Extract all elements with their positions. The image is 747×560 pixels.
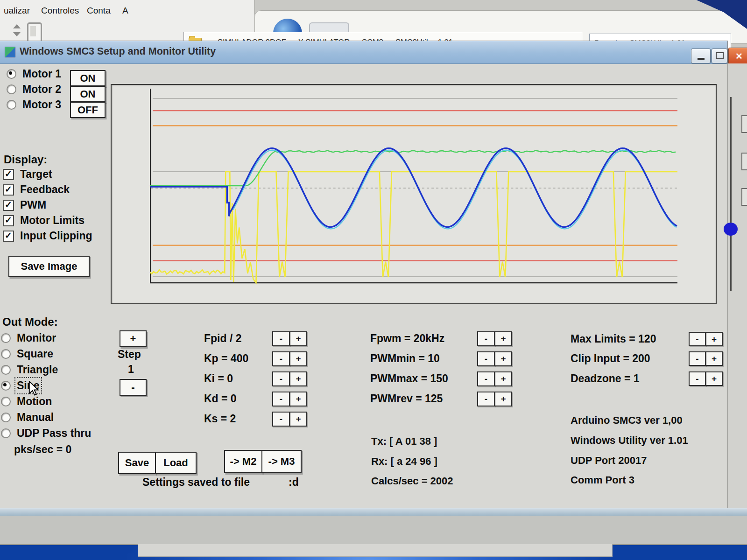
window-bottom-edge	[0, 508, 747, 516]
pwmmax-value: PWMmax = 150	[370, 372, 448, 385]
deadzone-minus-button[interactable]: -	[689, 371, 706, 386]
display-motor-limits-row[interactable]: ✓ Motor Limits	[3, 214, 85, 227]
mouse-cursor	[28, 381, 42, 397]
input-clipping-label: Input Clipping	[20, 230, 92, 242]
out-mode-triangle-row[interactable]: Triangle	[1, 364, 58, 376]
maximize-icon	[716, 52, 724, 59]
maximize-button[interactable]	[712, 49, 727, 63]
motor-3-label: Motor 3	[22, 98, 61, 111]
motor-2-power-button[interactable]: ON	[70, 86, 106, 102]
clip-input-plus-button[interactable]: +	[705, 351, 723, 366]
save-button[interactable]: Save	[118, 452, 156, 474]
square-label: Square	[17, 348, 53, 360]
max-limits-minus-button[interactable]: -	[689, 332, 706, 346]
deadzone-plus-button[interactable]: +	[705, 371, 723, 386]
pwmmin-minus-button[interactable]: -	[477, 351, 495, 366]
pwmrev-plus-button[interactable]: +	[494, 392, 512, 406]
spinner-icon	[13, 24, 22, 40]
scale-slider-thumb[interactable]	[724, 223, 738, 236]
menu-item-conta[interactable]: Conta	[87, 6, 111, 16]
background-window-bar-2	[138, 544, 613, 557]
kd-minus-button[interactable]: -	[272, 392, 290, 406]
kp-minus-button[interactable]: -	[272, 351, 290, 366]
monitor-label: Monitor	[17, 332, 56, 344]
menu-item-visualizar[interactable]: ualizar	[4, 6, 30, 16]
edge-fragment	[741, 115, 747, 133]
fpwm-minus-button[interactable]: -	[477, 331, 495, 346]
minimize-icon	[698, 58, 705, 60]
udp-pass-thru-radio[interactable]	[1, 428, 11, 438]
fpid-plus-button[interactable]: +	[289, 331, 307, 346]
input-clipping-checkbox[interactable]: ✓	[3, 231, 14, 242]
motor-1-label: Motor 1	[22, 68, 61, 80]
monitor-radio[interactable]	[1, 333, 11, 343]
pwmrev-minus-button[interactable]: -	[477, 392, 495, 406]
square-radio[interactable]	[1, 349, 11, 359]
close-button[interactable]: ✕	[728, 48, 747, 64]
status-message: Settings saved to file	[142, 476, 250, 489]
manual-radio[interactable]	[1, 413, 11, 422]
feedback-checkbox[interactable]: ✓	[3, 184, 14, 196]
fpid-value: Fpid / 2	[204, 332, 242, 345]
motor-3-radio[interactable]	[7, 100, 16, 110]
pwmmax-plus-button[interactable]: +	[494, 371, 512, 386]
motor-1-power-button[interactable]: ON	[70, 70, 106, 86]
fpwm-plus-button[interactable]: +	[494, 331, 512, 346]
copy-to-m3-button[interactable]: -> M3	[261, 450, 302, 473]
motor-limits-label: Motor Limits	[20, 214, 85, 227]
motor-3-radio-row[interactable]: Motor 3	[7, 98, 61, 111]
display-heading: Display:	[4, 153, 47, 166]
scope-plot	[150, 86, 677, 285]
kp-plus-button[interactable]: +	[289, 351, 307, 366]
motor-3-power-button[interactable]: OFF	[70, 102, 106, 118]
motor-2-radio-row[interactable]: Motor 2	[7, 83, 61, 96]
motor-1-radio[interactable]	[7, 69, 16, 79]
pwmmax-minus-button[interactable]: -	[477, 371, 495, 386]
display-pwm-row[interactable]: ✓ PWM	[3, 199, 46, 211]
kd-plus-button[interactable]: +	[289, 392, 307, 406]
sine-radio[interactable]	[1, 381, 11, 391]
ki-plus-button[interactable]: +	[289, 371, 307, 386]
fpid-minus-button[interactable]: -	[272, 331, 290, 346]
copy-to-m2-button[interactable]: -> M2	[224, 450, 262, 473]
out-mode-motion-row[interactable]: Motion	[1, 395, 52, 408]
out-mode-square-row[interactable]: Square	[1, 348, 53, 360]
pwmmin-plus-button[interactable]: +	[494, 351, 512, 366]
menu-item-a[interactable]: A	[122, 6, 128, 16]
display-target-row[interactable]: ✓ Target	[3, 168, 52, 181]
out-mode-monitor-row[interactable]: Monitor	[1, 332, 56, 344]
step-down-button[interactable]: -	[120, 379, 147, 396]
utility-version: Windows Utility ver 1.01	[571, 434, 688, 447]
clip-input-minus-button[interactable]: -	[689, 351, 706, 366]
minimize-button[interactable]	[691, 49, 711, 63]
motor-1-radio-row[interactable]: Motor 1	[7, 68, 61, 80]
target-checkbox[interactable]: ✓	[3, 169, 14, 180]
ki-minus-button[interactable]: -	[272, 371, 290, 386]
smc3-window: Windows SMC3 Setup and Monitor Utility ✕…	[0, 41, 727, 508]
ks-plus-button[interactable]: +	[289, 412, 307, 427]
out-mode-manual-row[interactable]: Manual	[1, 411, 54, 424]
rx-value: Rx: [ a 24 96 ]	[371, 455, 437, 468]
pwm-checkbox[interactable]: ✓	[3, 200, 14, 211]
load-button[interactable]: Load	[155, 452, 197, 474]
max-limits-plus-button[interactable]: +	[705, 332, 723, 346]
ks-minus-button[interactable]: -	[272, 412, 290, 427]
display-input-clipping-row[interactable]: ✓ Input Clipping	[3, 230, 92, 242]
motor-limits-checkbox[interactable]: ✓	[3, 215, 14, 226]
pks-per-sec-value: pks/sec = 0	[14, 443, 71, 456]
motor-2-label: Motor 2	[22, 83, 61, 96]
save-image-button[interactable]: Save Image	[8, 256, 90, 277]
kp-value: Kp = 400	[204, 352, 248, 365]
scale-slider-track[interactable]	[730, 97, 732, 291]
menu-item-controles[interactable]: Controles	[41, 6, 79, 16]
display-feedback-row[interactable]: ✓ Feedback	[3, 183, 70, 196]
pwmmin-value: PWMmin = 10	[370, 352, 440, 365]
kd-value: Kd = 0	[204, 392, 237, 405]
background-window-bar	[0, 516, 747, 545]
out-mode-udp-row[interactable]: UDP Pass thru	[1, 427, 91, 440]
close-icon: ✕	[735, 51, 743, 62]
motion-radio[interactable]	[1, 397, 11, 406]
step-up-button[interactable]: +	[120, 330, 147, 347]
triangle-radio[interactable]	[1, 365, 11, 375]
motor-2-radio[interactable]	[7, 84, 16, 94]
